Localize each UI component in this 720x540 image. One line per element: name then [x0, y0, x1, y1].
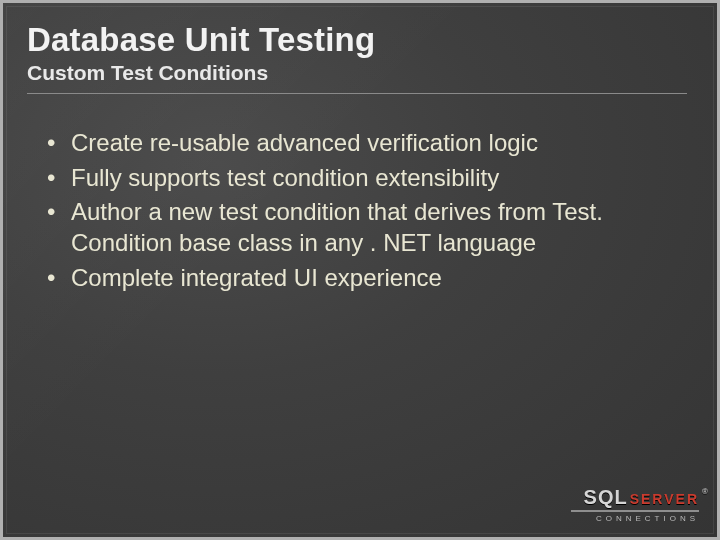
logo-subtext: CONNECTIONS — [571, 515, 699, 523]
list-item: Create re-usable advanced verification l… — [47, 128, 677, 159]
logo-text-sql: SQL — [584, 487, 628, 507]
list-item: Complete integrated UI experience — [47, 263, 677, 294]
sqlserver-logo: SQL SERVER ® CONNECTIONS — [571, 487, 699, 523]
slide-title: Database Unit Testing — [27, 21, 707, 59]
slide-subtitle: Custom Test Conditions — [27, 61, 707, 85]
logo-text-server: SERVER ® — [630, 492, 699, 506]
divider — [27, 93, 687, 94]
bullet-list: Create re-usable advanced verification l… — [27, 128, 707, 294]
logo-divider — [571, 510, 699, 512]
registered-icon: ® — [702, 488, 708, 496]
slide: Database Unit Testing Custom Test Condit… — [0, 0, 720, 540]
logo-text-server-label: SERVER — [630, 491, 699, 507]
list-item: Author a new test condition that derives… — [47, 197, 677, 258]
list-item: Fully supports test condition extensibil… — [47, 163, 677, 194]
